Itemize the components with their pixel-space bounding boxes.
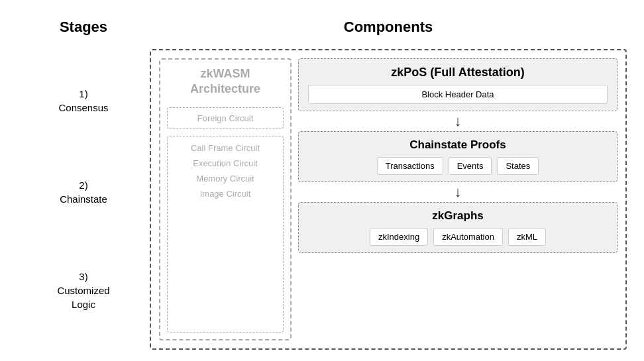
stage-1-label: Consensus (58, 102, 108, 113)
arrow-down-2: ↓ (298, 182, 617, 202)
zkwasm-panel: zkWASM Architecture Foreign Circuit Call… (159, 58, 292, 340)
circuit-label-3: Image Circuit (200, 189, 251, 199)
right-sections-wrapper: zkPoS (Full Attestation) Block Header Da… (298, 58, 617, 340)
proof-badge-transactions: Transactions (377, 157, 443, 175)
zkgraphs-section: zkGraphs zkIndexing zkAutomation zkML (298, 202, 617, 253)
zkpos-title: zkPoS (Full Attestation) (308, 66, 608, 79)
stage-item-1: 1) Consensus (17, 87, 150, 115)
chainstate-title: Chainstate Proofs (308, 138, 608, 152)
components-column: zkWASM Architecture Foreign Circuit Call… (150, 49, 627, 350)
stage-2-number: 2) (79, 180, 87, 191)
circuit-label-0: Call Frame Circuit (191, 143, 260, 153)
circuit-label-1: Execution Circuit (193, 158, 258, 168)
graph-badge-zkautomation: zkAutomation (433, 228, 503, 246)
graph-badge-zkindexing: zkIndexing (370, 228, 428, 246)
stages-header: Stages (17, 12, 150, 42)
diagram-wrapper: Stages Components 1) Consensus 2) Chains… (17, 12, 627, 350)
stage-item-3: 3) CustomizedLogic (17, 270, 150, 311)
stage-2-label: Chainstate (60, 193, 107, 205)
zkwasm-circuits-box: Call Frame Circuit Execution Circuit Mem… (167, 136, 284, 332)
content-row: 1) Consensus 2) Chainstate 3) Customized… (17, 49, 627, 350)
arrow-down-1: ↓ (298, 111, 617, 131)
stage-3-label: CustomizedLogic (57, 285, 109, 310)
stage-3-number: 3) (79, 271, 87, 282)
block-header-box: Block Header Data (308, 85, 608, 104)
proof-badges: Transactions Events States (308, 157, 608, 175)
stages-column: 1) Consensus 2) Chainstate 3) Customized… (17, 49, 150, 350)
header-row: Stages Components (17, 12, 627, 42)
proof-badge-events: Events (449, 157, 492, 175)
components-header: Components (150, 12, 627, 42)
stage-item-2: 2) Chainstate (17, 178, 150, 206)
circuit-label-2: Memory Circuit (196, 174, 254, 183)
zkwasm-title: zkWASM Architecture (167, 66, 284, 97)
stage-1-number: 1) (79, 88, 87, 99)
zkpos-bold: zkPoS (Full Attestation) (391, 66, 524, 79)
graph-badge-zkml: zkML (508, 228, 546, 246)
foreign-circuit-box: Foreign Circuit (167, 107, 284, 129)
zkgraphs-title: zkGraphs (308, 209, 608, 223)
proof-badge-states: States (497, 157, 539, 175)
zkpos-section: zkPoS (Full Attestation) Block Header Da… (298, 58, 617, 111)
graph-badges: zkIndexing zkAutomation zkML (308, 228, 608, 246)
chainstate-section: Chainstate Proofs Transactions Events St… (298, 131, 617, 182)
